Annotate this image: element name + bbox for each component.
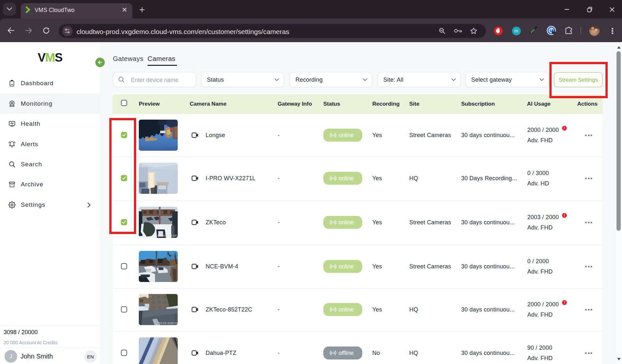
svg-text:IP Camera: IP Camera [140, 207, 152, 210]
svg-text:03-03-2026 02:14:10: 03-03-2026 02:14:10 [153, 234, 178, 237]
svg-text:IP Camera: IP Camera [140, 295, 152, 298]
svg-text:03-03-2026 02:14:10: 03-03-2026 02:14:10 [159, 322, 178, 325]
